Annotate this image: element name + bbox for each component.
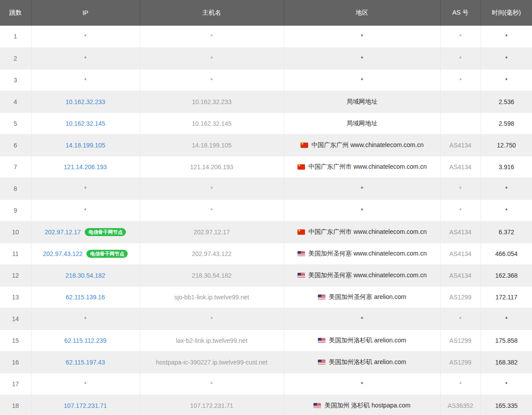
time-cell: * — [481, 47, 532, 69]
table-row: 14 * * * * * — [0, 308, 532, 330]
ip-link[interactable]: 121.14.206.193 — [64, 163, 107, 171]
time-cell: 12.750 — [481, 134, 532, 156]
backbone-node-badge: 电信骨干网节点 — [85, 228, 126, 236]
hostname-cell: 218.30.54.182 — [140, 264, 284, 286]
ip-cell: 62.115.139.16 — [31, 286, 140, 308]
hostname-cell: 10.162.32.233 — [140, 91, 284, 112]
hop-cell: 17 — [0, 373, 31, 395]
column-header-host: 主机名 — [140, 0, 284, 26]
ip-link[interactable]: 62.115.112.239 — [64, 337, 106, 344]
time-cell: 2.536 — [481, 91, 532, 112]
backbone-node-badge: 电信骨干网节点 — [86, 250, 128, 258]
region-text: 美国加州洛杉矶 arelion.com — [329, 337, 406, 345]
asn-cell: AS36352 — [440, 395, 481, 415]
ip-cell: 107.172.231.71 — [31, 395, 140, 415]
hop-cell: 6 — [0, 134, 31, 156]
ip-cell: * — [31, 308, 140, 330]
ip-cell: 10.162.32.145 — [31, 112, 140, 134]
hop-cell: 13 — [0, 286, 31, 308]
ip-link[interactable]: 218.30.54.182 — [66, 272, 106, 279]
region-text: 中国广东广州 www.chinatelecom.com.cn — [312, 141, 424, 149]
hostname-cell: sjo-bb1-link.ip.twelve99.net — [140, 286, 284, 308]
ip-link[interactable]: * — [84, 380, 86, 388]
us-flag-icon — [318, 360, 325, 365]
region-text: 美国加州圣何塞 www.chinatelecom.com.cn — [309, 271, 427, 279]
region-text: * — [361, 185, 363, 192]
hostname-cell: 121.14.206.193 — [140, 156, 284, 178]
ip-cell: * — [31, 69, 140, 91]
region-cell: 美国加州圣何塞 www.chinatelecom.com.cn — [284, 264, 440, 286]
ip-link[interactable]: * — [84, 207, 86, 214]
ip-link[interactable]: * — [84, 77, 86, 84]
region-text: 美国加州 洛杉矶 hostpapa.com — [325, 402, 411, 410]
hop-cell: 1 — [0, 26, 31, 47]
ip-link[interactable]: 10.162.32.145 — [66, 120, 106, 127]
region-text: 美国加州圣何塞 arelion.com — [329, 293, 406, 301]
region-cell: 美国加州圣何塞 arelion.com — [284, 286, 440, 308]
table-row: 8 * * * * * — [0, 178, 532, 199]
hostname-cell: 202.97.12.17 — [140, 221, 284, 243]
ip-link[interactable]: * — [84, 33, 86, 40]
us-flag-icon — [297, 251, 305, 256]
hop-cell: 12 — [0, 264, 31, 286]
asn-cell: * — [440, 69, 481, 91]
hostname-cell: lax-b2-link.ip.twelve99.net — [140, 330, 284, 351]
ip-link[interactable]: 107.172.231.71 — [64, 402, 107, 409]
ip-link[interactable]: 62.115.139.16 — [66, 294, 105, 301]
hop-cell: 4 — [0, 91, 31, 112]
region-text: * — [361, 315, 363, 322]
ip-cell: * — [31, 26, 140, 47]
region-cell: 美国加州洛杉矶 arelion.com — [284, 330, 440, 351]
hop-cell: 14 — [0, 308, 31, 330]
time-cell: 6.372 — [481, 221, 532, 243]
ip-cell: * — [31, 178, 140, 199]
hop-cell: 5 — [0, 112, 31, 134]
table-row: 11 202.97.43.122 电信骨干网节点 202.97.43.122 美… — [0, 243, 532, 264]
ip-link[interactable]: 10.162.32.233 — [66, 98, 106, 105]
china-flag-icon — [301, 143, 308, 148]
hostname-cell: 10.162.32.145 — [140, 112, 284, 134]
time-cell: 2.598 — [481, 112, 532, 134]
ip-link[interactable]: 202.97.12.17 — [45, 229, 81, 236]
hostname-cell: * — [140, 308, 284, 330]
region-text: 中国广东广州市 www.chinatelecom.com.cn — [309, 228, 427, 236]
hop-cell: 3 — [0, 69, 31, 91]
hostname-cell: 14.18.199.105 — [140, 134, 284, 156]
time-cell: 466.054 — [481, 243, 532, 264]
time-cell: 172.117 — [481, 286, 532, 308]
asn-cell: AS1299 — [440, 330, 481, 351]
time-cell: * — [481, 308, 532, 330]
hop-cell: 8 — [0, 178, 31, 199]
region-cell: * — [284, 178, 440, 199]
region-cell: 中国广东广州市 www.chinatelecom.com.cn — [284, 156, 440, 178]
region-cell: 中国广东广州市 www.chinatelecom.com.cn — [284, 221, 440, 243]
time-cell: 168.382 — [481, 351, 532, 373]
region-cell: 美国加州圣何塞 www.chinatelecom.com.cn — [284, 243, 440, 264]
ip-link[interactable]: 14.18.199.105 — [66, 142, 106, 149]
hop-cell: 2 — [0, 47, 31, 69]
table-row: 6 14.18.199.105 14.18.199.105 中国广东广州 www… — [0, 134, 532, 156]
ip-link[interactable]: 62.115.197.43 — [66, 359, 105, 366]
region-cell: * — [284, 199, 440, 221]
table-body: 1 * * * * * 2 * * * — [0, 26, 532, 415]
ip-link[interactable]: * — [84, 55, 86, 62]
ip-cell: 218.30.54.182 — [31, 264, 140, 286]
ip-link[interactable]: 202.97.43.122 — [43, 250, 83, 257]
ip-link[interactable]: * — [84, 315, 86, 322]
us-flag-icon — [313, 403, 321, 408]
region-text: * — [361, 207, 363, 214]
table-row: 2 * * * * * — [0, 47, 532, 69]
column-header-region: 地区 — [284, 0, 440, 26]
region-cell: * — [284, 373, 440, 395]
table-row: 13 62.115.139.16 sjo-bb1-link.ip.twelve9… — [0, 286, 532, 308]
time-cell: * — [481, 26, 532, 47]
ip-link[interactable]: * — [84, 185, 86, 192]
hostname-cell: * — [140, 178, 284, 199]
time-cell: 162.368 — [481, 264, 532, 286]
column-header-time: 时间(毫秒) — [481, 0, 532, 26]
region-text: * — [361, 380, 363, 388]
region-cell: * — [284, 69, 440, 91]
asn-cell: * — [440, 47, 481, 69]
hostname-cell: hostpapa-ic-390227.ip.twelve99-cust.net — [140, 351, 284, 373]
region-cell: 美国加州洛杉矶 arelion.com — [284, 351, 440, 373]
